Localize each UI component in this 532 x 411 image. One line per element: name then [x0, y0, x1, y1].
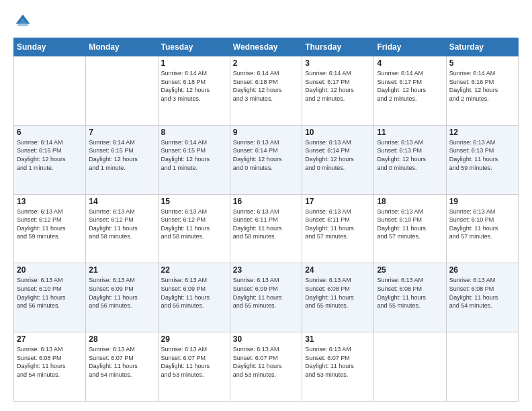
col-header-monday: Monday [86, 38, 158, 56]
day-info: Sunrise: 6:14 AM Sunset: 6:18 PM Dayligh… [233, 69, 299, 103]
day-info: Sunrise: 6:13 AM Sunset: 6:08 PM Dayligh… [449, 276, 515, 310]
day-number: 12 [449, 128, 515, 137]
calendar-cell: 2Sunrise: 6:14 AM Sunset: 6:18 PM Daylig… [230, 56, 302, 126]
calendar-cell: 15Sunrise: 6:13 AM Sunset: 6:12 PM Dayli… [158, 194, 230, 263]
calendar-cell: 30Sunrise: 6:13 AM Sunset: 6:07 PM Dayli… [230, 332, 302, 402]
calendar-cell: 14Sunrise: 6:13 AM Sunset: 6:12 PM Dayli… [86, 194, 158, 263]
calendar-cell: 13Sunrise: 6:13 AM Sunset: 6:12 PM Dayli… [14, 194, 86, 263]
calendar-cell: 27Sunrise: 6:13 AM Sunset: 6:08 PM Dayli… [14, 332, 86, 402]
col-header-sunday: Sunday [14, 38, 86, 56]
day-info: Sunrise: 6:14 AM Sunset: 6:18 PM Dayligh… [161, 69, 227, 103]
calendar-cell: 19Sunrise: 6:13 AM Sunset: 6:10 PM Dayli… [446, 194, 518, 263]
day-info: Sunrise: 6:13 AM Sunset: 6:07 PM Dayligh… [305, 345, 371, 379]
calendar-cell: 22Sunrise: 6:13 AM Sunset: 6:09 PM Dayli… [158, 263, 230, 332]
calendar-cell: 8Sunrise: 6:14 AM Sunset: 6:15 PM Daylig… [158, 125, 230, 194]
calendar-cell: 24Sunrise: 6:13 AM Sunset: 6:08 PM Dayli… [302, 263, 374, 332]
day-number: 15 [161, 197, 227, 206]
calendar-cell: 28Sunrise: 6:13 AM Sunset: 6:07 PM Dayli… [86, 332, 158, 402]
calendar-cell [446, 332, 518, 402]
calendar-cell: 7Sunrise: 6:14 AM Sunset: 6:15 PM Daylig… [86, 125, 158, 194]
day-number: 23 [233, 265, 299, 275]
logo [13, 12, 35, 31]
day-number: 29 [161, 334, 227, 344]
col-header-wednesday: Wednesday [230, 38, 302, 56]
calendar-cell: 9Sunrise: 6:13 AM Sunset: 6:14 PM Daylig… [230, 125, 302, 194]
day-number: 16 [233, 197, 299, 206]
day-number: 31 [305, 334, 371, 344]
calendar-cell: 29Sunrise: 6:13 AM Sunset: 6:07 PM Dayli… [158, 332, 230, 402]
calendar-header-row: SundayMondayTuesdayWednesdayThursdayFrid… [14, 38, 519, 56]
day-number: 21 [89, 265, 154, 275]
calendar-week-row: 1Sunrise: 6:14 AM Sunset: 6:18 PM Daylig… [14, 56, 519, 126]
day-info: Sunrise: 6:13 AM Sunset: 6:07 PM Dayligh… [161, 345, 227, 379]
calendar-table: SundayMondayTuesdayWednesdayThursdayFrid… [13, 38, 519, 402]
day-number: 26 [449, 265, 515, 275]
calendar-cell: 17Sunrise: 6:13 AM Sunset: 6:11 PM Dayli… [302, 194, 374, 263]
day-info: Sunrise: 6:13 AM Sunset: 6:14 PM Dayligh… [233, 138, 299, 172]
calendar-cell: 11Sunrise: 6:13 AM Sunset: 6:13 PM Dayli… [374, 125, 446, 194]
day-info: Sunrise: 6:14 AM Sunset: 6:16 PM Dayligh… [449, 69, 515, 103]
calendar-cell: 5Sunrise: 6:14 AM Sunset: 6:16 PM Daylig… [446, 56, 518, 126]
day-number: 9 [233, 128, 299, 137]
calendar-cell [374, 332, 446, 402]
calendar-week-row: 13Sunrise: 6:13 AM Sunset: 6:12 PM Dayli… [14, 194, 519, 263]
col-header-tuesday: Tuesday [158, 38, 230, 56]
day-number: 30 [233, 334, 299, 344]
day-number: 22 [161, 265, 227, 275]
day-info: Sunrise: 6:13 AM Sunset: 6:12 PM Dayligh… [161, 208, 227, 241]
calendar-cell: 25Sunrise: 6:13 AM Sunset: 6:08 PM Dayli… [374, 263, 446, 332]
calendar-cell: 26Sunrise: 6:13 AM Sunset: 6:08 PM Dayli… [446, 263, 518, 332]
day-info: Sunrise: 6:13 AM Sunset: 6:08 PM Dayligh… [305, 276, 371, 310]
day-info: Sunrise: 6:14 AM Sunset: 6:17 PM Dayligh… [377, 69, 443, 103]
day-info: Sunrise: 6:13 AM Sunset: 6:09 PM Dayligh… [89, 276, 154, 310]
col-header-thursday: Thursday [302, 38, 374, 56]
day-info: Sunrise: 6:13 AM Sunset: 6:10 PM Dayligh… [377, 208, 443, 241]
day-info: Sunrise: 6:13 AM Sunset: 6:10 PM Dayligh… [449, 208, 515, 241]
day-number: 10 [305, 128, 371, 137]
day-number: 8 [161, 128, 227, 137]
col-header-saturday: Saturday [446, 38, 518, 56]
calendar-cell: 6Sunrise: 6:14 AM Sunset: 6:16 PM Daylig… [14, 125, 86, 194]
calendar-cell [86, 56, 158, 126]
calendar-cell: 3Sunrise: 6:14 AM Sunset: 6:17 PM Daylig… [302, 56, 374, 126]
day-number: 24 [305, 265, 371, 275]
day-info: Sunrise: 6:13 AM Sunset: 6:11 PM Dayligh… [305, 208, 371, 241]
day-info: Sunrise: 6:13 AM Sunset: 6:07 PM Dayligh… [89, 345, 154, 379]
day-info: Sunrise: 6:13 AM Sunset: 6:14 PM Dayligh… [305, 138, 371, 172]
day-info: Sunrise: 6:13 AM Sunset: 6:12 PM Dayligh… [17, 208, 83, 241]
day-number: 20 [17, 265, 83, 275]
day-number: 3 [305, 58, 371, 68]
calendar-week-row: 27Sunrise: 6:13 AM Sunset: 6:08 PM Dayli… [14, 332, 519, 402]
col-header-friday: Friday [374, 38, 446, 56]
page: SundayMondayTuesdayWednesdayThursdayFrid… [0, 0, 532, 411]
day-info: Sunrise: 6:13 AM Sunset: 6:09 PM Dayligh… [161, 276, 227, 310]
calendar-cell: 16Sunrise: 6:13 AM Sunset: 6:11 PM Dayli… [230, 194, 302, 263]
day-number: 11 [377, 128, 443, 137]
day-number: 1 [161, 58, 227, 68]
day-info: Sunrise: 6:13 AM Sunset: 6:12 PM Dayligh… [89, 208, 154, 241]
day-number: 19 [449, 197, 515, 206]
day-number: 5 [449, 58, 515, 68]
logo-icon [13, 12, 32, 31]
calendar-cell: 31Sunrise: 6:13 AM Sunset: 6:07 PM Dayli… [302, 332, 374, 402]
calendar-week-row: 6Sunrise: 6:14 AM Sunset: 6:16 PM Daylig… [14, 125, 519, 194]
day-number: 13 [17, 197, 83, 206]
calendar-cell: 21Sunrise: 6:13 AM Sunset: 6:09 PM Dayli… [86, 263, 158, 332]
calendar-cell [14, 56, 86, 126]
day-number: 27 [17, 334, 83, 344]
day-number: 14 [89, 197, 154, 206]
day-number: 28 [89, 334, 154, 344]
day-info: Sunrise: 6:13 AM Sunset: 6:10 PM Dayligh… [17, 276, 83, 310]
calendar-cell: 23Sunrise: 6:13 AM Sunset: 6:09 PM Dayli… [230, 263, 302, 332]
day-info: Sunrise: 6:13 AM Sunset: 6:08 PM Dayligh… [17, 345, 83, 379]
calendar-cell: 4Sunrise: 6:14 AM Sunset: 6:17 PM Daylig… [374, 56, 446, 126]
day-number: 2 [233, 58, 299, 68]
day-info: Sunrise: 6:13 AM Sunset: 6:07 PM Dayligh… [233, 345, 299, 379]
day-info: Sunrise: 6:13 AM Sunset: 6:09 PM Dayligh… [233, 276, 299, 310]
header [13, 12, 519, 31]
day-info: Sunrise: 6:13 AM Sunset: 6:08 PM Dayligh… [377, 276, 443, 310]
day-info: Sunrise: 6:13 AM Sunset: 6:13 PM Dayligh… [449, 138, 515, 172]
day-number: 7 [89, 128, 154, 137]
calendar-cell: 20Sunrise: 6:13 AM Sunset: 6:10 PM Dayli… [14, 263, 86, 332]
day-info: Sunrise: 6:14 AM Sunset: 6:17 PM Dayligh… [305, 69, 371, 103]
